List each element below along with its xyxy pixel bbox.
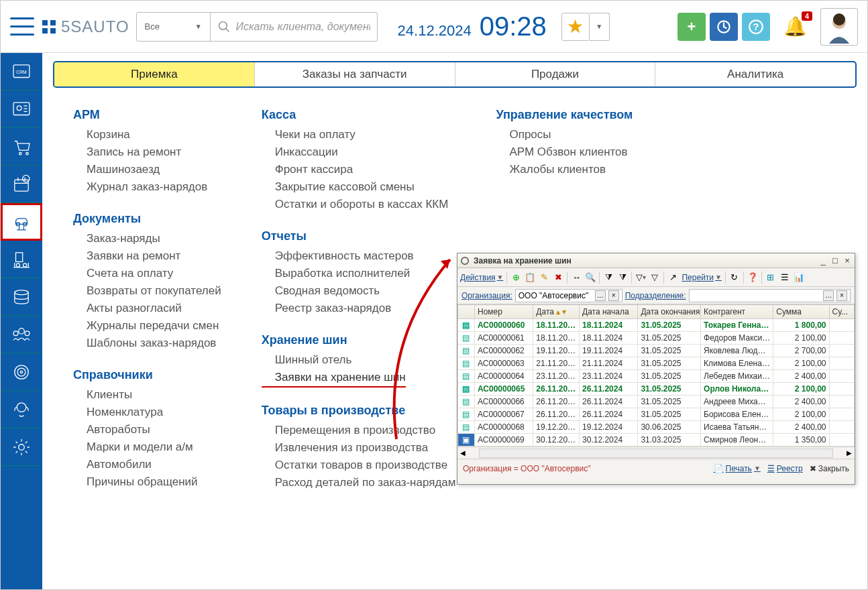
menu-item[interactable]: Марки и модели а/м (73, 438, 221, 456)
sidebar-clients[interactable] (1, 91, 42, 128)
menu-item[interactable]: АРМ Обзвон клиентов (496, 143, 633, 161)
menu-item[interactable]: Сводная ведомость (262, 282, 456, 300)
menu-item[interactable]: Остатки и обороты в кассах ККМ (262, 196, 456, 213)
menu-heading[interactable]: Справочники (73, 368, 221, 382)
search-input[interactable] (236, 21, 370, 33)
tab-Заказы на запчасти[interactable]: Заказы на запчасти (255, 62, 455, 86)
menu-heading[interactable]: Отчеты (262, 229, 456, 243)
edit-icon[interactable]: ✎ (539, 272, 549, 283)
sidebar-target[interactable] (1, 353, 42, 391)
menu-item[interactable]: Жалобы клиентов (496, 161, 633, 178)
funnel-off-icon[interactable]: ▽ (649, 272, 660, 283)
menu-item[interactable]: Опросы (496, 126, 633, 143)
dept-filter-select[interactable]: … (823, 290, 834, 301)
horizontal-scrollbar[interactable]: ◀ ▶ (457, 447, 855, 459)
move-icon[interactable]: ↔ (571, 272, 582, 283)
menu-item[interactable]: Расход деталей по заказ-нарядам (262, 474, 456, 491)
export-icon[interactable]: ↗ (667, 272, 678, 283)
list-icon[interactable]: ☰ (779, 272, 790, 283)
menu-item[interactable]: Акты разногласий (73, 300, 221, 317)
help-icon[interactable]: ❓ (747, 272, 758, 283)
table-row[interactable]: ▤АС0000006726.11.202426.11.202431.05.202… (458, 408, 855, 421)
column-header[interactable]: Номер (474, 305, 533, 319)
menu-item[interactable]: Автоработы (73, 421, 221, 438)
table-row[interactable]: ▤АС0000006526.11.202426.11.202431.05.202… (458, 383, 855, 396)
menu-item[interactable]: Клиенты (73, 386, 221, 404)
menu-item[interactable]: Шинный отель (262, 351, 456, 369)
funnel-icon[interactable]: ▽▾ (635, 272, 646, 283)
menu-item[interactable]: Корзина (73, 126, 221, 143)
copy-icon[interactable]: 📋 (525, 272, 535, 283)
notifications[interactable]: 🔔 4 (783, 15, 807, 38)
org-filter-select[interactable]: … (595, 290, 606, 301)
menu-item[interactable]: Машинозаезд (73, 161, 221, 178)
menu-item[interactable]: Шаблоны заказ-нарядов (73, 335, 221, 352)
menu-item[interactable]: Перемещения в производство (262, 422, 456, 439)
actions-menu[interactable]: Действия ▼ (460, 273, 503, 282)
dept-filter-clear[interactable]: × (836, 290, 847, 301)
favorites-dropdown[interactable]: ▼ (590, 13, 610, 41)
sidebar-crm[interactable]: CRM (1, 53, 42, 91)
menu-item[interactable]: Номенклатура (73, 404, 221, 421)
menu-item[interactable]: Эффективность мастеров (262, 247, 456, 265)
scroll-right-icon[interactable]: ▶ (844, 448, 855, 459)
menu-item[interactable]: Чеки на оплату (262, 126, 456, 143)
menu-heading[interactable]: Управление качеством (496, 108, 633, 122)
sync-button[interactable] (710, 13, 738, 41)
table-row[interactable]: ▤АС0000006423.11.202423.11.202431.05.202… (458, 370, 855, 383)
menu-heading[interactable]: Товары в производстве (262, 404, 456, 418)
sidebar-finance[interactable] (1, 278, 42, 316)
table-row[interactable]: ▤АС0000006219.11.202419.11.202431.05.202… (458, 345, 855, 357)
table-row[interactable]: ▤АС0000006819.12.202419.12.202430.06.202… (458, 421, 855, 434)
close-button[interactable]: × (843, 255, 852, 266)
menu-item[interactable]: Остатки товаров в производстве (262, 457, 456, 474)
table-row[interactable]: ▤АС0000006626.11.202426.11.202431.05.202… (458, 396, 855, 408)
menu-item[interactable]: Реестр заказ-нарядов (262, 300, 456, 317)
sidebar-support[interactable] (1, 391, 42, 428)
org-filter-clear[interactable]: × (608, 290, 619, 301)
org-filter-field[interactable]: ООО "Автосервис" … × (515, 289, 622, 302)
sidebar-warehouse[interactable] (1, 241, 42, 278)
dept-filter-field[interactable]: … × (689, 289, 851, 302)
sidebar-cart[interactable] (1, 128, 42, 166)
column-header[interactable]: Сумма (773, 305, 829, 319)
menu-item[interactable]: Запись на ремонт (73, 143, 221, 161)
menu-item[interactable]: Счета на оплату (73, 265, 221, 282)
menu-item[interactable]: Заказ-наряды (73, 230, 221, 247)
column-header[interactable] (458, 305, 475, 319)
scroll-left-icon[interactable]: ◀ (457, 448, 468, 459)
menu-heading[interactable]: Документы (73, 212, 221, 226)
filter2-icon[interactable]: ⧩ (617, 272, 628, 283)
scroll-track[interactable] (479, 449, 833, 458)
filter1-icon[interactable]: ⧩ (603, 272, 614, 283)
footer-close-button[interactable]: ✖ Закрыть (810, 464, 849, 473)
table-row[interactable]: ▤АС0000006018.11.202418.11.202431.05.202… (458, 319, 855, 332)
print-button[interactable]: 📄 Печать ▼ (714, 464, 761, 473)
sidebar-service[interactable] (1, 203, 42, 241)
menu-heading[interactable]: АРМ (73, 108, 221, 122)
menu-item[interactable]: Причины обращений (73, 473, 221, 491)
scope-dropdown[interactable]: Все ▼ (137, 13, 211, 41)
table-row[interactable]: ▤АС0000006118.11.202418.11.202431.05.202… (458, 332, 855, 345)
table-row[interactable]: ▣АС0000006930.12.202430.12.202431.03.202… (458, 434, 855, 447)
column-header[interactable]: Дата начала (580, 305, 638, 319)
menu-item[interactable]: Автомобили (73, 456, 221, 473)
org-filter-label[interactable]: Организация: (462, 291, 512, 300)
maximize-button[interactable]: □ (830, 255, 840, 266)
menu-item[interactable]: Извлечения из производства (262, 439, 456, 457)
goto-menu[interactable]: Перейти ▼ (682, 273, 721, 282)
dept-filter-label[interactable]: Подразделение: (625, 291, 686, 300)
help-button[interactable]: ? (742, 13, 770, 41)
menu-heading[interactable]: Хранение шин (262, 333, 456, 347)
menu-item[interactable]: Журналы передачи смен (73, 317, 221, 335)
favorites-button[interactable]: ★ (561, 13, 590, 41)
menu-item[interactable]: Выработка исполнителей (262, 265, 456, 282)
menu-item[interactable]: Заявки на ремонт (73, 247, 221, 265)
sidebar-team[interactable] (1, 316, 42, 353)
add-button[interactable]: + (677, 13, 706, 41)
sidebar-schedule[interactable] (1, 166, 42, 203)
column-header[interactable]: Дата окончания (638, 305, 701, 319)
menu-item[interactable]: Закрытие кассовой смены (262, 178, 456, 196)
column-header[interactable]: Контрагент (701, 305, 773, 319)
column-header[interactable]: Дата▴▾ (533, 305, 580, 319)
